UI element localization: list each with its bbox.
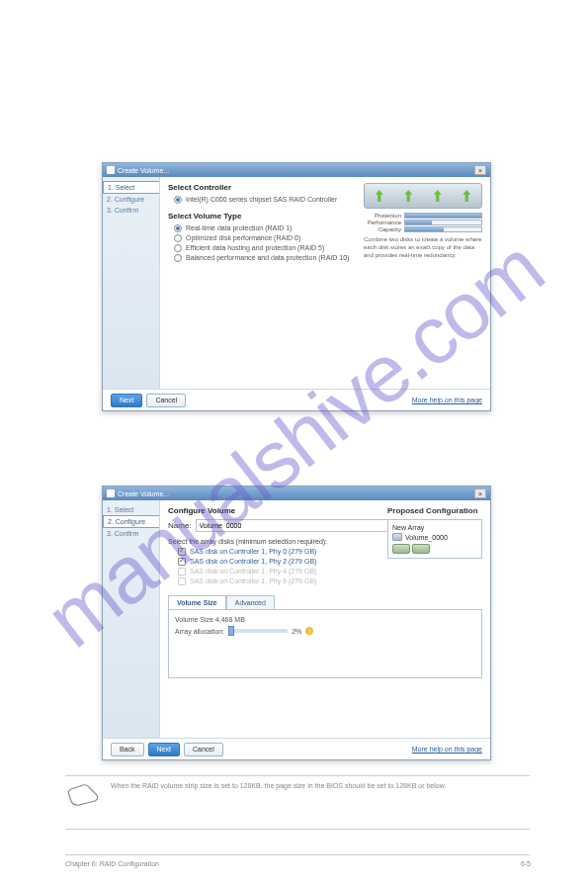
help-link[interactable]: More help on this page — [412, 397, 482, 403]
checkbox-icon — [178, 558, 186, 566]
volume-icon — [392, 533, 402, 541]
tab-body: Volume Size 4,468 MB Array allocation: 2… — [168, 609, 482, 678]
app-icon — [107, 489, 115, 497]
step-confirm[interactable]: 3. Confirm — [103, 528, 159, 539]
proposed-config-panel: Proposed Configuration New Array Volume_… — [387, 506, 482, 559]
capacity-meter: Capacity — [364, 226, 482, 232]
window-title: Create Volume... — [118, 167, 169, 174]
note-hand-icon — [65, 781, 101, 809]
titlebar[interactable]: Create Volume... × — [103, 163, 490, 177]
step-confirm[interactable]: 3. Confirm — [103, 205, 159, 216]
step-select[interactable]: 1. Select — [103, 504, 159, 515]
alloc-slider[interactable] — [228, 629, 288, 633]
page-chapter: Chapter 6: RAID Configuration — [65, 860, 159, 867]
array-allocation-row: Array allocation: 2% i — [175, 627, 475, 635]
controller-option-label: Intel(R) C600 series chipset SAS RAID Co… — [186, 196, 337, 203]
voltype-description: Combine two disks to create a volume whe… — [364, 236, 482, 259]
divider — [65, 775, 530, 776]
info-icon[interactable]: i — [305, 627, 313, 635]
disk-option-disabled: SAS disk on Controller 1, Phy 6 (279 GB) — [178, 577, 482, 585]
page-number: 6-5 — [521, 860, 531, 867]
disk-label: SAS disk on Controller 1, Phy 2 (279 GB) — [190, 558, 316, 565]
checkbox-icon — [178, 548, 186, 556]
cancel-button[interactable]: Cancel — [146, 394, 186, 407]
checkbox-icon — [178, 577, 186, 585]
voltype-label: Balanced performance and data protection… — [186, 254, 349, 261]
note-row: When the RAID volume strip size is set t… — [65, 781, 530, 809]
radio-icon — [174, 224, 182, 232]
close-icon[interactable]: × — [474, 488, 486, 498]
alloc-label: Array allocation: — [175, 628, 224, 635]
proposed-disks — [392, 544, 477, 554]
wizard-sidebar: 1. Select 2. Configure 3. Confirm — [103, 500, 160, 738]
checkbox-icon — [178, 568, 186, 576]
dialog-footer: Next Cancel More help on this page — [103, 389, 490, 410]
radio-icon — [174, 234, 182, 242]
voltype-label: Optimized disk performance (RAID 0) — [186, 234, 300, 241]
proposed-heading: Proposed Configuration — [387, 506, 482, 515]
radio-icon — [174, 254, 182, 262]
volume-size-label: Volume Size 4,468 MB — [175, 616, 475, 623]
disk-label: SAS disk on Controller 1, Phy 4 (279 GB) — [190, 568, 316, 575]
proposed-volume: Volume_0000 — [392, 533, 477, 541]
tab-volume-size[interactable]: Volume Size — [168, 595, 226, 609]
proposed-box: New Array Volume_0000 — [387, 519, 482, 559]
arrow-icon — [404, 190, 412, 202]
arrow-icon — [434, 190, 442, 202]
voltype-label: Real-time data protection (RAID 1) — [186, 224, 292, 231]
new-array-label: New Array — [392, 524, 477, 531]
drive-illustration — [364, 183, 482, 209]
radio-icon — [174, 244, 182, 252]
arrow-icon — [376, 190, 383, 202]
next-button[interactable]: Next — [148, 743, 180, 756]
tab-advanced[interactable]: Advanced — [226, 595, 275, 609]
proposed-volume-name: Volume_0000 — [405, 534, 448, 541]
capability-meters: Protection Performance Capacity — [364, 213, 482, 232]
titlebar[interactable]: Create Volume... × — [103, 487, 490, 500]
step-configure[interactable]: 2. Configure — [103, 194, 159, 205]
disk-label: SAS disk on Controller 1, Phy 0 (279 GB) — [190, 548, 316, 555]
raid-illustration-panel: Protection Performance Capacity Combine … — [364, 183, 482, 259]
create-volume-window-select: Create Volume... × 1. Select 2. Configur… — [102, 162, 491, 411]
disk-icon — [412, 544, 430, 554]
arrow-icon — [462, 190, 470, 202]
configure-pane: Configure Volume Name: Select the array … — [160, 500, 490, 738]
app-icon — [107, 166, 115, 174]
disk-option[interactable]: SAS disk on Controller 1, Phy 2 (279 GB) — [178, 558, 482, 566]
performance-meter: Performance — [364, 220, 482, 225]
divider — [65, 854, 530, 855]
disk-label: SAS disk on Controller 1, Phy 6 (279 GB) — [190, 577, 316, 584]
radio-icon — [174, 196, 182, 204]
disk-option-disabled: SAS disk on Controller 1, Phy 4 (279 GB) — [178, 568, 482, 576]
close-icon[interactable]: × — [474, 165, 486, 175]
create-volume-window-configure: Create Volume... × 1. Select 2. Configur… — [102, 486, 491, 760]
select-pane: Select Controller Intel(R) C600 series c… — [160, 177, 490, 389]
note-text: When the RAID volume strip size is set t… — [111, 781, 530, 791]
name-label: Name: — [168, 521, 192, 530]
alloc-pct: 2% — [292, 628, 301, 635]
slider-thumb[interactable] — [228, 626, 234, 636]
window-title: Create Volume... — [118, 490, 169, 497]
disk-icon — [392, 544, 410, 554]
step-select[interactable]: 1. Select — [103, 181, 159, 194]
divider — [65, 829, 530, 830]
cancel-button[interactable]: Cancel — [184, 743, 223, 756]
back-button[interactable]: Back — [111, 743, 144, 756]
step-configure[interactable]: 2. Configure — [103, 515, 159, 528]
volume-tabs: Volume Size Advanced — [168, 595, 482, 609]
wizard-sidebar: 1. Select 2. Configure 3. Confirm — [103, 177, 160, 389]
next-button[interactable]: Next — [111, 394, 142, 407]
protection-meter: Protection — [364, 213, 482, 219]
dialog-footer: Back Next Cancel More help on this page — [103, 738, 490, 759]
help-link[interactable]: More help on this page — [412, 746, 482, 753]
voltype-label: Efficient data hosting and protection (R… — [186, 244, 324, 251]
